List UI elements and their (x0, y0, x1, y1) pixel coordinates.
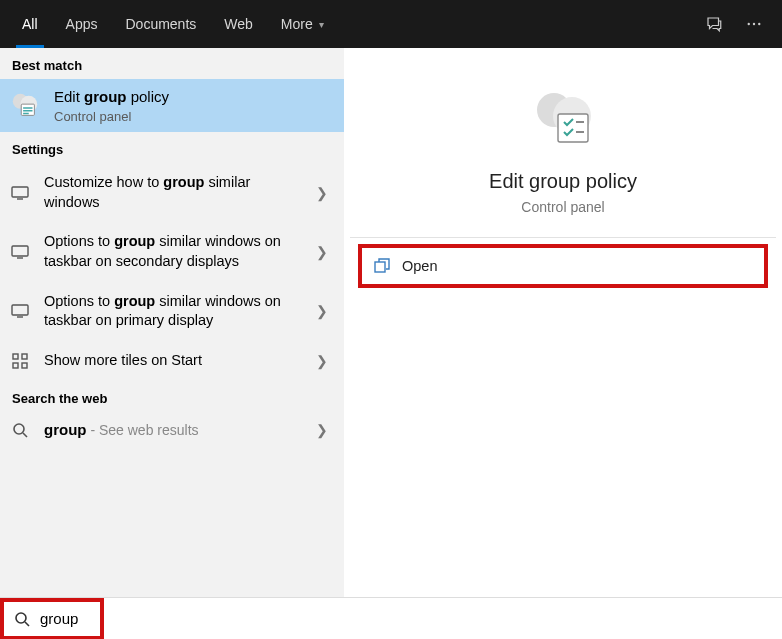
divider (350, 237, 776, 238)
svg-point-2 (758, 23, 760, 25)
results-list: Best match Edit group policy Control pan… (0, 48, 344, 597)
detail-subtitle: Control panel (350, 199, 776, 237)
search-icon (10, 420, 30, 440)
result-best-match[interactable]: Edit group policy Control panel (0, 79, 344, 132)
result-setting[interactable]: Options to group similar windows on task… (0, 222, 344, 281)
open-icon (374, 258, 390, 274)
svg-rect-9 (13, 354, 18, 359)
display-icon (10, 242, 30, 262)
tab-label: More (281, 16, 313, 32)
result-detail-pane: Edit group policy Control panel Open (350, 54, 776, 591)
group-policy-large-icon (528, 86, 598, 156)
tab-label: Apps (66, 16, 98, 32)
result-web-search[interactable]: group - See web results ❯ (0, 412, 344, 448)
svg-point-0 (748, 23, 750, 25)
result-title: group - See web results (44, 420, 296, 440)
open-label: Open (402, 258, 437, 274)
svg-point-18 (16, 613, 26, 623)
svg-rect-12 (22, 363, 27, 368)
tab-web[interactable]: Web (210, 0, 267, 48)
tab-label: Web (224, 16, 253, 32)
search-filter-tabs: All Apps Documents Web More ▾ (0, 0, 782, 48)
result-title: Customize how to group similar windows (44, 173, 296, 212)
display-icon (10, 183, 30, 203)
tab-apps[interactable]: Apps (52, 0, 112, 48)
svg-rect-10 (22, 354, 27, 359)
chevron-right-icon: ❯ (310, 244, 334, 260)
search-icon (14, 611, 30, 627)
svg-rect-8 (12, 305, 28, 315)
search-results-area: Best match Edit group policy Control pan… (0, 48, 782, 597)
tiles-icon (10, 351, 30, 371)
svg-rect-7 (12, 246, 28, 256)
tab-label: All (22, 16, 38, 32)
svg-rect-11 (13, 363, 18, 368)
result-title: Options to group similar windows on task… (44, 232, 296, 271)
tab-all[interactable]: All (8, 0, 52, 48)
svg-rect-16 (558, 114, 588, 142)
tab-more[interactable]: More ▾ (267, 0, 338, 48)
result-setting[interactable]: Customize how to group similar windows ❯ (0, 163, 344, 222)
tab-documents[interactable]: Documents (111, 0, 210, 48)
search-input[interactable] (40, 610, 96, 627)
more-options-icon[interactable] (734, 0, 774, 48)
section-header-settings: Settings (0, 132, 344, 163)
open-action[interactable]: Open (358, 244, 768, 288)
result-subtitle: Control panel (54, 109, 334, 124)
result-setting[interactable]: Options to group similar windows on task… (0, 282, 344, 341)
search-bar (0, 597, 782, 639)
detail-title: Edit group policy (350, 170, 776, 193)
result-title: Options to group similar windows on task… (44, 292, 296, 331)
chevron-right-icon: ❯ (310, 185, 334, 201)
svg-rect-17 (375, 262, 385, 272)
chevron-right-icon: ❯ (310, 353, 334, 369)
result-title: Show more tiles on Start (44, 351, 296, 371)
svg-point-1 (753, 23, 755, 25)
tab-label: Documents (125, 16, 196, 32)
section-header-web: Search the web (0, 381, 344, 412)
search-box[interactable] (0, 598, 104, 640)
display-icon (10, 301, 30, 321)
result-setting[interactable]: Show more tiles on Start ❯ (0, 341, 344, 381)
result-title: Edit group policy (54, 87, 334, 107)
group-policy-icon (10, 91, 40, 121)
feedback-icon[interactable] (694, 0, 734, 48)
svg-point-13 (14, 424, 24, 434)
chevron-down-icon: ▾ (319, 19, 324, 30)
svg-rect-6 (12, 187, 28, 197)
chevron-right-icon: ❯ (310, 303, 334, 319)
section-header-best-match: Best match (0, 48, 344, 79)
chevron-right-icon: ❯ (310, 422, 334, 438)
